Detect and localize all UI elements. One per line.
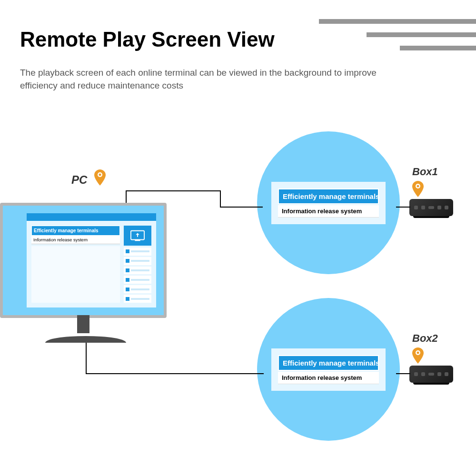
- sidebar-row: [124, 248, 151, 256]
- location-pin-icon: [412, 181, 424, 197]
- pc-monitor: Efficiently manage terminals Information…: [0, 203, 167, 318]
- terminal-circle-1: Efficiently manage terminals Information…: [257, 131, 400, 274]
- stripe: [319, 19, 476, 24]
- sidebar-row: [124, 257, 151, 265]
- stripe: [400, 46, 476, 50]
- monitor-base: [45, 336, 126, 343]
- page-subtitle: The playback screen of each online termi…: [20, 67, 382, 92]
- connector-line: [396, 207, 410, 208]
- screen-share-icon: [124, 226, 151, 246]
- svg-point-5: [417, 352, 419, 354]
- content-filler: [31, 246, 120, 303]
- stripe: [367, 32, 476, 37]
- terminal-card: Efficiently manage terminals Information…: [271, 182, 386, 224]
- connector-line: [396, 373, 410, 374]
- page-title: Remote Play Screen View: [20, 28, 275, 51]
- card-banner: Efficiently manage terminals: [278, 355, 379, 371]
- media-box-2: [409, 366, 453, 383]
- content-sub: Information release system: [31, 236, 120, 244]
- connector-line: [86, 373, 264, 374]
- svg-point-1: [99, 174, 101, 176]
- card-sub: Information release system: [278, 372, 379, 384]
- card-sub: Information release system: [278, 205, 379, 218]
- terminal-card: Efficiently manage terminals Information…: [271, 348, 386, 391]
- content-sidebar: [124, 226, 151, 303]
- svg-rect-7: [135, 239, 140, 241]
- connector-line: [126, 190, 221, 191]
- window-titlebar: [27, 213, 156, 221]
- header-stripes: [319, 19, 476, 50]
- media-box-1: [409, 199, 453, 216]
- connector-line: [220, 207, 263, 208]
- svg-point-3: [417, 185, 419, 188]
- location-pin-icon: [412, 347, 424, 364]
- connector-line: [126, 190, 127, 203]
- sidebar-row: [124, 276, 151, 284]
- connector-line: [86, 343, 87, 373]
- pc-label: PC: [71, 173, 87, 187]
- window-content: Efficiently manage terminals Information…: [27, 221, 156, 307]
- sidebar-rows: [124, 248, 151, 303]
- content-banner: Efficiently manage terminals: [31, 226, 120, 236]
- sidebar-row: [124, 285, 151, 293]
- sidebar-row: [124, 267, 151, 275]
- monitor-window: Efficiently manage terminals Information…: [27, 213, 156, 307]
- box2-label: Box2: [412, 332, 438, 345]
- sidebar-row: [124, 295, 151, 303]
- content-main: Efficiently manage terminals Information…: [31, 226, 120, 303]
- box1-label: Box1: [412, 166, 438, 178]
- terminal-circle-2: Efficiently manage terminals Information…: [257, 298, 400, 441]
- card-banner: Efficiently manage terminals: [278, 188, 379, 204]
- location-pin-icon: [94, 169, 106, 186]
- connector-line: [220, 190, 221, 208]
